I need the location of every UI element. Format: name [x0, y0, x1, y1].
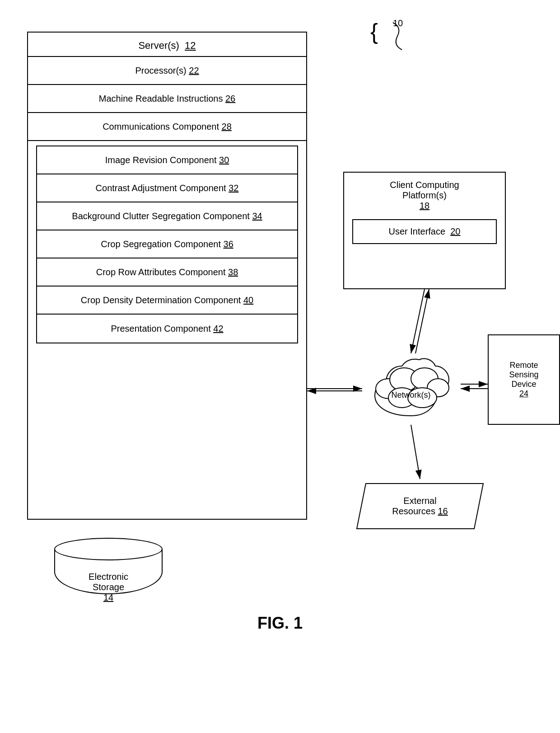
- svg-text:Network(s): Network(s): [391, 390, 430, 399]
- remote-label: RemoteSensingDevice24: [509, 361, 538, 399]
- client-computing-box: Client Computing Platform(s) 18 User Int…: [343, 172, 506, 289]
- external-resources-box: ExternalResources 16: [352, 479, 488, 533]
- crop-row-attributes-row: Crop Row Attributes Component 38: [37, 258, 297, 287]
- crop-density-row: Crop Density Determination Component 40: [37, 287, 297, 315]
- contrast-adjustment-row: Contrast Adjustment Component 32: [37, 174, 297, 202]
- presentation-row: Presentation Component 42: [37, 315, 297, 343]
- network-cloud: Network(s): [361, 352, 461, 425]
- processor-row: Processor(s) 22: [28, 57, 306, 85]
- server-box: Server(s) 12 Processor(s) 22 Machine Rea…: [27, 32, 307, 520]
- ref-number-10: 10: [393, 18, 403, 28]
- brace-symbol: }: [370, 20, 378, 43]
- remote-sensing-box: RemoteSensingDevice24: [488, 334, 560, 425]
- machine-readable-row: Machine Readable Instructions 26: [28, 85, 306, 113]
- external-label: ExternalResources 16: [392, 496, 448, 517]
- cylinder-top: [54, 538, 163, 560]
- electronic-storage-box: Electronic Storage 14: [45, 538, 172, 594]
- image-revision-row: Image Revision Component 30: [37, 146, 297, 174]
- svg-line-16: [411, 425, 420, 479]
- crop-segregation-row: Crop Segregation Component 36: [37, 230, 297, 258]
- background-clutter-row: Background Clutter Segregation Component…: [37, 202, 297, 230]
- server-title: Server(s) 12: [28, 33, 306, 57]
- figure-label: FIG. 1: [257, 614, 303, 633]
- svg-line-10: [411, 289, 425, 353]
- communications-row: Communications Component 28: [28, 113, 306, 141]
- client-title: Client Computing Platform(s) 18: [344, 173, 505, 214]
- svg-line-11: [415, 289, 429, 353]
- user-interface-box: User Interface 20: [352, 219, 497, 244]
- inner-components-box: Image Revision Component 30 Contrast Adj…: [36, 146, 298, 343]
- storage-label: Electronic Storage 14: [55, 572, 162, 603]
